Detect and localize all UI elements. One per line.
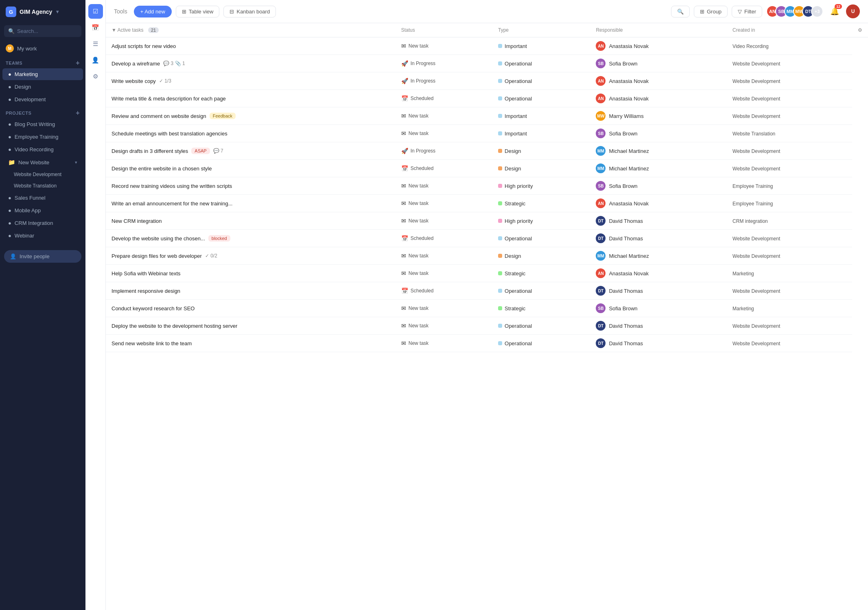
table-row[interactable]: Help Sofia with Webinar texts ✉ New task… bbox=[106, 265, 868, 282]
task-responsible-cell: DT David Thomas bbox=[590, 212, 727, 230]
status-text: New task bbox=[409, 131, 429, 136]
person-icon-btn[interactable]: 👤 bbox=[88, 53, 103, 68]
sidebar-label-new-website: New Website bbox=[18, 159, 49, 166]
sidebar-item-website-dev[interactable]: Website Development bbox=[2, 169, 83, 180]
projects-label: Projects bbox=[6, 111, 31, 115]
table-row[interactable]: Send new website link to the team ✉ New … bbox=[106, 335, 868, 352]
task-badge: ASAP bbox=[191, 148, 210, 154]
add-new-button[interactable]: + Add new bbox=[134, 6, 172, 17]
my-work-avatar: M bbox=[6, 44, 14, 52]
task-badge: blocked bbox=[208, 235, 230, 242]
group-icon: ⊞ bbox=[700, 9, 704, 15]
avatar-stack: AN SB MM MW DT +3 bbox=[766, 5, 823, 17]
sidebar-item-webinar[interactable]: ● Webinar bbox=[2, 230, 83, 242]
type-text: Important bbox=[505, 113, 527, 119]
my-work-item[interactable]: M My work bbox=[0, 41, 85, 56]
status-icon: ✉ bbox=[401, 113, 406, 119]
task-text: Review and comment on website design bbox=[112, 113, 206, 119]
section-chevron[interactable]: ▼ bbox=[112, 27, 116, 33]
sidebar-item-design[interactable]: ● Design bbox=[2, 81, 83, 93]
notifications-button[interactable]: 🔔 12 bbox=[827, 4, 842, 19]
sidebar-item-blog[interactable]: ● Blog Post Writing bbox=[2, 118, 83, 130]
created-text: Employee Training bbox=[732, 201, 773, 207]
avatar-more[interactable]: +3 bbox=[811, 5, 823, 17]
task-responsible-cell: SB Sofia Brown bbox=[590, 55, 727, 72]
status-icon: ✉ bbox=[401, 218, 406, 224]
created-text: Website Development bbox=[732, 288, 780, 294]
responsible-name: Sofia Brown bbox=[609, 131, 637, 137]
table-view-button[interactable]: ⊞ Table view bbox=[176, 6, 220, 17]
task-created-cell: Website Development bbox=[727, 247, 852, 265]
task-name-cell: Write an email announcement for the new … bbox=[106, 195, 396, 212]
type-dot bbox=[498, 61, 502, 65]
user-avatar-button[interactable]: U bbox=[846, 4, 860, 18]
table-row[interactable]: Write an email announcement for the new … bbox=[106, 195, 868, 212]
type-dot bbox=[498, 131, 502, 135]
sidebar-label-blog: Blog Post Writing bbox=[15, 121, 55, 127]
table-row[interactable]: Design drafts in 3 different styles ASAP… bbox=[106, 142, 868, 160]
settings-icon-btn[interactable]: ⚙ bbox=[88, 69, 103, 84]
responsible-name: Sofia Brown bbox=[609, 305, 637, 312]
sidebar-item-mobile[interactable]: ● Mobile App bbox=[2, 205, 83, 216]
col-settings[interactable]: ⚙ bbox=[852, 23, 868, 37]
list-icon-btn[interactable]: ☰ bbox=[88, 37, 103, 51]
responsible-avatar: SB bbox=[596, 59, 606, 68]
sidebar-label-mobile: Mobile App bbox=[15, 207, 41, 214]
table-row[interactable]: Record new training videos using the wri… bbox=[106, 177, 868, 195]
group-button[interactable]: ⊞ Group bbox=[694, 6, 728, 17]
tasks-icon-btn[interactable]: ☑ bbox=[88, 4, 103, 19]
type-dot bbox=[498, 341, 502, 345]
kanban-board-button[interactable]: ⊟ Kanban board bbox=[223, 6, 276, 17]
sidebar-item-video[interactable]: ● Video Recording bbox=[2, 144, 83, 155]
table-row[interactable]: Review and comment on website design Fee… bbox=[106, 107, 868, 125]
sidebar-item-website-trans[interactable]: Website Translation bbox=[2, 181, 83, 191]
sidebar-item-sales[interactable]: ● Sales Funnel bbox=[2, 192, 83, 204]
task-status-cell: 📅 Scheduled bbox=[396, 90, 492, 107]
add-team-button[interactable]: + bbox=[76, 60, 80, 66]
responsible-avatar: SB bbox=[596, 181, 606, 191]
status-text: New task bbox=[409, 183, 429, 189]
task-type-cell: Important bbox=[492, 125, 590, 142]
responsible-name: David Thomas bbox=[609, 218, 643, 224]
sidebar-item-crm[interactable]: ● CRM Integration bbox=[2, 217, 83, 229]
sidebar-item-training[interactable]: ● Employee Training bbox=[2, 131, 83, 143]
table-row[interactable]: Deploy the website to the development ho… bbox=[106, 317, 868, 335]
table-row[interactable]: Schedule meetings with best translation … bbox=[106, 125, 868, 142]
table-row[interactable]: Develop the website using the chosen... … bbox=[106, 230, 868, 247]
filter-button[interactable]: ▽ Filter bbox=[732, 6, 762, 17]
table-row[interactable]: Conduct keyword research for SEO ✉ New t… bbox=[106, 300, 868, 317]
task-type-cell: Important bbox=[492, 37, 590, 55]
design-icon: ● bbox=[8, 84, 11, 90]
task-responsible-cell: DT David Thomas bbox=[590, 230, 727, 247]
table-row[interactable]: Write meta title & meta description for … bbox=[106, 90, 868, 107]
table-row[interactable]: Implement responsive design 📅 Scheduled … bbox=[106, 282, 868, 300]
task-status-cell: 🚀 In Progress bbox=[396, 55, 492, 72]
col-status: Status bbox=[396, 23, 492, 37]
blog-icon: ● bbox=[8, 121, 11, 127]
task-responsible-cell: MM Michael Martinez bbox=[590, 142, 727, 160]
add-project-button[interactable]: + bbox=[76, 110, 80, 116]
icon-toolbar: ☑ 📅 ☰ 👤 ⚙ bbox=[85, 0, 106, 610]
sidebar-item-new-website[interactable]: 📁 New Website ▾ bbox=[2, 156, 83, 168]
created-text: Website Development bbox=[732, 166, 780, 172]
invite-people-button[interactable]: 👤 Invite people bbox=[4, 250, 81, 263]
table-row[interactable]: Write website copy ✓ 1/3 🚀 In Progress O… bbox=[106, 72, 868, 90]
task-text: Design drafts in 3 different styles bbox=[112, 148, 188, 154]
table-row[interactable]: Prepare design files for web developer ✓… bbox=[106, 247, 868, 265]
search-bar[interactable]: 🔍 Search... bbox=[4, 25, 81, 37]
table-row[interactable]: Design the entire website in a chosen st… bbox=[106, 160, 868, 177]
table-row[interactable]: Develop a wireframe 💬 3 📎 1 🚀 In Progres… bbox=[106, 55, 868, 72]
task-type-cell: Strategic bbox=[492, 265, 590, 282]
status-text: Scheduled bbox=[411, 235, 434, 241]
sidebar-item-development[interactable]: ● Development bbox=[2, 94, 83, 105]
calendar-icon-btn[interactable]: 📅 bbox=[88, 20, 103, 35]
task-text: Adjust scripts for new video bbox=[112, 43, 176, 49]
table-row[interactable]: Adjust scripts for new video ✉ New task … bbox=[106, 37, 868, 55]
type-dot bbox=[498, 149, 502, 153]
table-row[interactable]: New CRM integration ✉ New task High prio… bbox=[106, 212, 868, 230]
search-button[interactable]: 🔍 bbox=[671, 6, 690, 17]
logo-icon: G bbox=[6, 7, 16, 17]
filter-icon: ▽ bbox=[738, 9, 742, 15]
sidebar-item-marketing[interactable]: ● Marketing bbox=[2, 68, 83, 80]
app-logo[interactable]: G GIM Agency ▾ bbox=[0, 0, 85, 24]
